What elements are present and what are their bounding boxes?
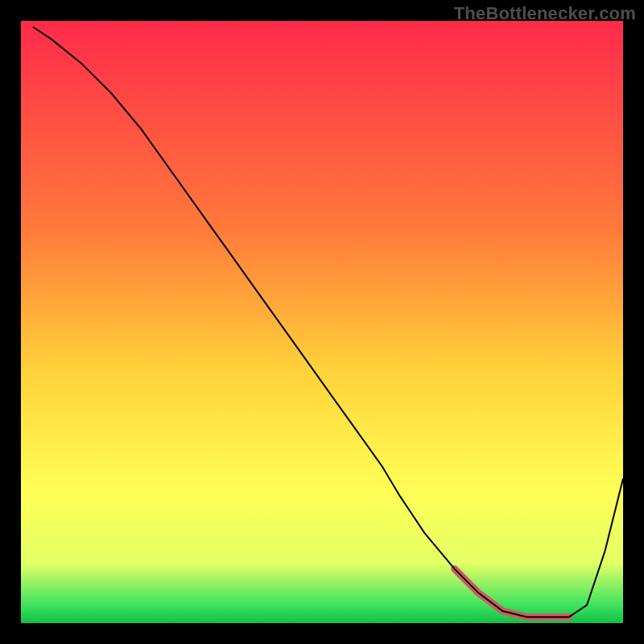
chart-canvas [21, 21, 623, 623]
watermark-text: TheBottlenecker.com [454, 3, 636, 24]
gradient-background [21, 21, 623, 623]
chart-frame [21, 21, 623, 623]
